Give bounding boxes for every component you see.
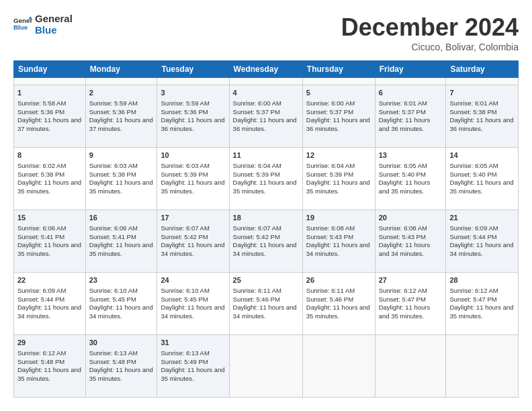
day-number: 13 (379, 150, 443, 161)
day-number: 10 (161, 150, 225, 161)
sunrise-text: Sunrise: 6:01 AM (449, 99, 515, 108)
day-number: 22 (17, 275, 82, 285)
daylight-text: Daylight: 11 hours and 35 minutes. (17, 241, 82, 259)
calendar-cell: 25Sunrise: 6:11 AMSunset: 5:46 PMDayligh… (229, 272, 302, 334)
calendar-cell (157, 78, 229, 85)
sunrise-text: Sunrise: 6:03 AM (89, 162, 154, 171)
sunset-text: Sunset: 5:38 PM (89, 171, 154, 179)
day-number: 19 (306, 213, 371, 223)
daylight-text: Daylight: 11 hours and 35 minutes. (379, 304, 443, 321)
sunrise-text: Sunrise: 6:08 AM (379, 224, 443, 233)
sunset-text: Sunset: 5:40 PM (449, 171, 515, 179)
sunrise-text: Sunrise: 6:02 AM (17, 162, 82, 171)
sunset-text: Sunset: 5:39 PM (161, 171, 225, 179)
sunrise-text: Sunrise: 6:11 AM (306, 287, 371, 295)
daylight-text: Daylight: 11 hours and 35 minutes. (233, 179, 299, 196)
svg-text:Blue: Blue (13, 24, 28, 31)
sunrise-text: Sunrise: 6:12 AM (379, 287, 443, 295)
sunrise-text: Sunrise: 6:07 AM (161, 224, 225, 233)
sunset-text: Sunset: 5:36 PM (161, 108, 225, 117)
daylight-text: Daylight: 11 hours and 36 minutes. (449, 116, 515, 134)
sunrise-text: Sunrise: 6:06 AM (89, 224, 154, 233)
day-number: 16 (89, 213, 154, 223)
calendar-week-row: 29Sunrise: 6:12 AMSunset: 5:48 PMDayligh… (14, 334, 519, 397)
day-number: 31 (161, 338, 225, 348)
sunset-text: Sunset: 5:38 PM (449, 108, 515, 117)
sunset-text: Sunset: 5:39 PM (233, 171, 299, 179)
day-number: 24 (161, 275, 225, 285)
calendar-cell: 2Sunrise: 5:59 AMSunset: 5:36 PMDaylight… (85, 85, 157, 147)
day-number: 30 (89, 338, 154, 348)
day-number: 2 (89, 88, 154, 98)
calendar-cell: 20Sunrise: 6:08 AMSunset: 5:43 PMDayligh… (375, 210, 446, 272)
sunrise-text: Sunrise: 6:12 AM (17, 349, 82, 358)
daylight-text: Daylight: 11 hours and 34 minutes. (161, 304, 225, 321)
calendar-cell: 5Sunrise: 6:00 AMSunset: 5:37 PMDaylight… (302, 85, 375, 147)
weekday-header-monday: Monday (85, 61, 157, 78)
calendar-header-row: SundayMondayTuesdayWednesdayThursdayFrid… (14, 61, 519, 78)
calendar-cell: 30Sunrise: 6:13 AMSunset: 5:48 PMDayligh… (85, 334, 157, 397)
daylight-text: Daylight: 11 hours and 36 minutes. (379, 116, 443, 134)
calendar-cell: 24Sunrise: 6:10 AMSunset: 5:45 PMDayligh… (157, 272, 229, 334)
day-number: 5 (306, 88, 371, 98)
calendar-cell: 26Sunrise: 6:11 AMSunset: 5:46 PMDayligh… (302, 272, 375, 334)
weekday-header-friday: Friday (375, 61, 446, 78)
day-number: 26 (306, 275, 371, 285)
calendar-cell: 21Sunrise: 6:09 AMSunset: 5:44 PMDayligh… (446, 210, 519, 272)
calendar-week-row: 8Sunrise: 6:02 AMSunset: 5:38 PMDaylight… (14, 147, 519, 210)
calendar-cell: 3Sunrise: 5:59 AMSunset: 5:36 PMDaylight… (157, 85, 229, 147)
day-number: 4 (233, 88, 299, 98)
sunrise-text: Sunrise: 6:09 AM (17, 287, 82, 295)
day-number: 6 (379, 88, 443, 98)
day-number: 12 (306, 150, 371, 161)
day-number: 9 (89, 150, 154, 161)
daylight-text: Daylight: 11 hours and 35 minutes. (17, 179, 82, 196)
day-number: 1 (17, 88, 82, 98)
sunset-text: Sunset: 5:41 PM (89, 233, 154, 242)
sunrise-text: Sunrise: 6:12 AM (449, 287, 515, 295)
calendar-cell: 1Sunrise: 5:58 AMSunset: 5:36 PMDaylight… (14, 85, 86, 147)
sunset-text: Sunset: 5:42 PM (233, 233, 299, 242)
calendar-cell (302, 334, 375, 397)
day-number: 27 (379, 275, 443, 285)
sunset-text: Sunset: 5:37 PM (379, 108, 443, 117)
daylight-text: Daylight: 11 hours and 34 minutes. (17, 304, 82, 321)
sunset-text: Sunset: 5:43 PM (306, 233, 371, 242)
logo: General Blue General Blue (13, 13, 73, 36)
title-block: December 2024 Cicuco, Bolivar, Colombia (341, 13, 519, 52)
sunset-text: Sunset: 5:47 PM (379, 295, 443, 304)
daylight-text: Daylight: 11 hours and 35 minutes. (89, 241, 154, 259)
sunset-text: Sunset: 5:49 PM (161, 358, 225, 367)
calendar-cell: 18Sunrise: 6:07 AMSunset: 5:42 PMDayligh… (229, 210, 302, 272)
day-number: 7 (449, 88, 515, 98)
month-title: December 2024 (341, 13, 519, 42)
calendar-cell (85, 78, 157, 85)
sunrise-text: Sunrise: 6:11 AM (233, 287, 299, 295)
calendar-cell: 8Sunrise: 6:02 AMSunset: 5:38 PMDaylight… (14, 147, 86, 210)
daylight-text: Daylight: 11 hours and 34 minutes. (306, 241, 371, 259)
daylight-text: Daylight: 11 hours and 35 minutes. (17, 366, 82, 383)
sunset-text: Sunset: 5:36 PM (17, 108, 82, 117)
sunset-text: Sunset: 5:46 PM (306, 295, 371, 304)
calendar-cell: 23Sunrise: 6:10 AMSunset: 5:45 PMDayligh… (85, 272, 157, 334)
sunset-text: Sunset: 5:38 PM (17, 171, 82, 179)
day-number: 21 (449, 213, 515, 223)
day-number: 23 (89, 275, 154, 285)
daylight-text: Daylight: 11 hours and 36 minutes. (233, 116, 299, 134)
calendar-cell (446, 78, 519, 85)
daylight-text: Daylight: 11 hours and 34 minutes. (89, 304, 154, 321)
calendar-cell: 15Sunrise: 6:06 AMSunset: 5:41 PMDayligh… (14, 210, 86, 272)
calendar-cell: 10Sunrise: 6:03 AMSunset: 5:39 PMDayligh… (157, 147, 229, 210)
sunrise-text: Sunrise: 6:08 AM (306, 224, 371, 233)
calendar-cell: 19Sunrise: 6:08 AMSunset: 5:43 PMDayligh… (302, 210, 375, 272)
day-number: 8 (17, 150, 82, 161)
sunrise-text: Sunrise: 6:06 AM (17, 224, 82, 233)
calendar-cell: 12Sunrise: 6:04 AMSunset: 5:39 PMDayligh… (302, 147, 375, 210)
sunset-text: Sunset: 5:48 PM (17, 358, 82, 367)
sunrise-text: Sunrise: 6:01 AM (379, 99, 443, 108)
daylight-text: Daylight: 11 hours and 36 minutes. (306, 116, 371, 134)
sunrise-text: Sunrise: 6:00 AM (233, 99, 299, 108)
page-header: General Blue General Blue December 2024 … (13, 13, 519, 52)
daylight-text: Daylight: 11 hours and 35 minutes. (161, 366, 225, 383)
sunrise-text: Sunrise: 6:05 AM (379, 162, 443, 171)
